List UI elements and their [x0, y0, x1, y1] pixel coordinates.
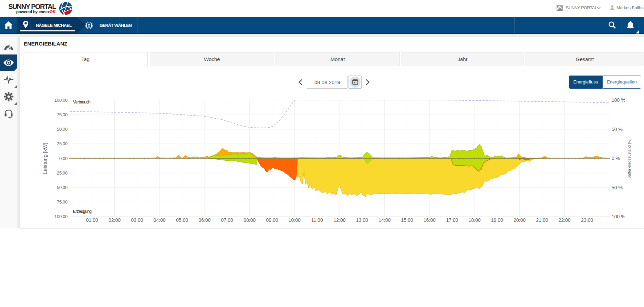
svg-text:05:00: 05:00: [176, 217, 188, 223]
svg-text:Erzeugung: Erzeugung: [73, 209, 92, 214]
svg-text:50,00: 50,00: [57, 127, 67, 132]
svg-text:23:00: 23:00: [581, 217, 593, 223]
svg-text:14:00: 14:00: [378, 217, 391, 223]
svg-text:02:00: 02:00: [108, 217, 121, 223]
svg-text:12:00: 12:00: [333, 217, 345, 223]
svg-text:04:00: 04:00: [154, 217, 166, 223]
svg-text:0 %: 0 %: [612, 156, 620, 161]
svg-text:100,00: 100,00: [54, 98, 67, 103]
svg-text:100,00: 100,00: [54, 214, 67, 219]
svg-text:08:00: 08:00: [243, 217, 256, 223]
svg-text:10:00: 10:00: [289, 217, 301, 223]
svg-text:07:00: 07:00: [221, 217, 233, 223]
svg-text:Batterieladezustand [%]: Batterieladezustand [%]: [627, 139, 631, 179]
svg-text:20:00: 20:00: [513, 217, 526, 223]
svg-text:19:00: 19:00: [491, 217, 503, 223]
svg-text:09:00: 09:00: [266, 217, 278, 223]
svg-text:50,00: 50,00: [57, 185, 67, 190]
svg-text:50 %: 50 %: [612, 127, 623, 132]
svg-text:13:00: 13:00: [356, 217, 368, 223]
svg-text:Leistung [kW]: Leistung [kW]: [42, 143, 48, 174]
svg-text:16:00: 16:00: [424, 217, 436, 223]
svg-text:11:00: 11:00: [311, 217, 323, 223]
svg-text:0,00: 0,00: [59, 156, 67, 161]
svg-text:50 %: 50 %: [612, 185, 623, 190]
svg-text:100 %: 100 %: [612, 214, 625, 219]
svg-text:21:00: 21:00: [536, 217, 548, 223]
svg-text:18:00: 18:00: [468, 217, 480, 223]
svg-text:25,00: 25,00: [57, 170, 67, 176]
svg-text:06:00: 06:00: [198, 217, 210, 223]
svg-text:15:00: 15:00: [401, 217, 413, 223]
svg-text:22:00: 22:00: [559, 217, 571, 223]
svg-text:75,00: 75,00: [57, 199, 67, 205]
svg-text:01:00: 01:00: [86, 217, 98, 223]
svg-text:100 %: 100 %: [612, 97, 625, 103]
svg-text:03:00: 03:00: [131, 217, 143, 223]
svg-text:25,00: 25,00: [57, 141, 67, 146]
svg-text:17:00: 17:00: [446, 217, 458, 223]
svg-text:75,00: 75,00: [57, 112, 67, 117]
svg-text:Verbrauch: Verbrauch: [73, 100, 90, 105]
